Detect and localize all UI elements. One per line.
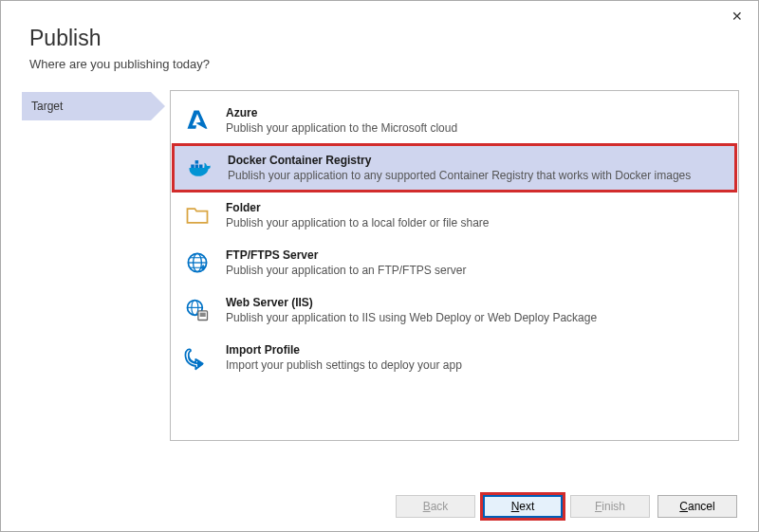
- option-description: Publish your application to a local fold…: [226, 216, 725, 229]
- option-title: Azure: [226, 106, 725, 119]
- close-button[interactable]: ✕: [726, 7, 749, 26]
- option-iis[interactable]: Web Server (IIS) Publish your applicatio…: [171, 286, 738, 334]
- option-description: Publish your application to an FTP/FTPS …: [226, 264, 725, 277]
- option-azure[interactable]: Azure Publish your application to the Mi…: [171, 97, 738, 144]
- folder-icon: [184, 202, 211, 229]
- svg-rect-3: [195, 160, 199, 164]
- option-title: Web Server (IIS): [226, 296, 725, 309]
- page-title: Publish: [29, 26, 730, 51]
- back-button: Back: [396, 495, 475, 518]
- svg-rect-13: [200, 313, 206, 317]
- option-description: Publish your application to the Microsof…: [226, 121, 725, 135]
- option-title: FTP/FTPS Server: [226, 248, 725, 262]
- wizard-step-label: Target: [31, 100, 63, 113]
- dialog-header: Publish Where are you publishing today?: [1, 1, 758, 79]
- page-subtitle: Where are you publishing today?: [29, 57, 730, 71]
- svg-rect-0: [191, 165, 194, 169]
- option-description: Import your publish settings to deploy y…: [226, 358, 725, 372]
- import-icon: [184, 344, 211, 371]
- option-title: Docker Container Registry: [228, 154, 723, 167]
- option-description: Publish your application to IIS using We…: [226, 311, 725, 324]
- option-docker[interactable]: Docker Container Registry Publish your a…: [173, 144, 736, 192]
- dialog-body: Target Azure Publish your application to…: [1, 79, 758, 441]
- next-highlight: Next: [483, 495, 563, 518]
- option-title: Folder: [226, 201, 725, 214]
- wizard-footer: Back Next Finish Cancel: [396, 495, 737, 518]
- finish-button: Finish: [570, 495, 650, 518]
- option-title: Import Profile: [226, 343, 725, 357]
- next-button[interactable]: Next: [483, 495, 563, 518]
- web-server-icon: [184, 297, 211, 323]
- option-import-profile[interactable]: Import Profile Import your publish setti…: [171, 334, 738, 381]
- azure-icon: [184, 107, 211, 134]
- option-description: Publish your application to any supporte…: [228, 169, 723, 182]
- svg-rect-2: [199, 165, 203, 169]
- option-ftp[interactable]: FTP/FTPS Server Publish your application…: [171, 239, 738, 286]
- option-folder[interactable]: Folder Publish your application to a loc…: [171, 192, 738, 239]
- cancel-button[interactable]: Cancel: [657, 495, 737, 518]
- svg-rect-1: [195, 165, 199, 169]
- target-options-list: Azure Publish your application to the Mi…: [170, 90, 739, 441]
- docker-icon: [186, 155, 213, 181]
- wizard-step-target[interactable]: Target: [22, 92, 151, 120]
- globe-icon: [184, 249, 211, 276]
